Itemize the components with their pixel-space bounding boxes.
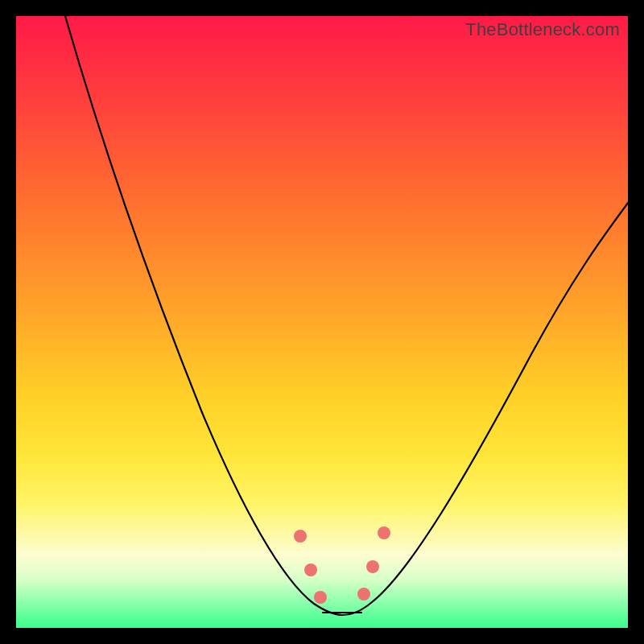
marker-dot bbox=[304, 564, 317, 576]
chart-frame: TheBottleneck.com bbox=[0, 0, 644, 644]
marker-dot bbox=[378, 526, 390, 539]
marker-dot bbox=[357, 588, 370, 601]
plot-area: TheBottleneck.com bbox=[16, 16, 628, 628]
chart-svg bbox=[16, 16, 628, 628]
marker-dot bbox=[314, 591, 327, 604]
marker-dot bbox=[294, 530, 307, 543]
curve-markers bbox=[294, 526, 390, 604]
marker-dot bbox=[366, 560, 379, 573]
bottleneck-curve bbox=[65, 16, 628, 615]
